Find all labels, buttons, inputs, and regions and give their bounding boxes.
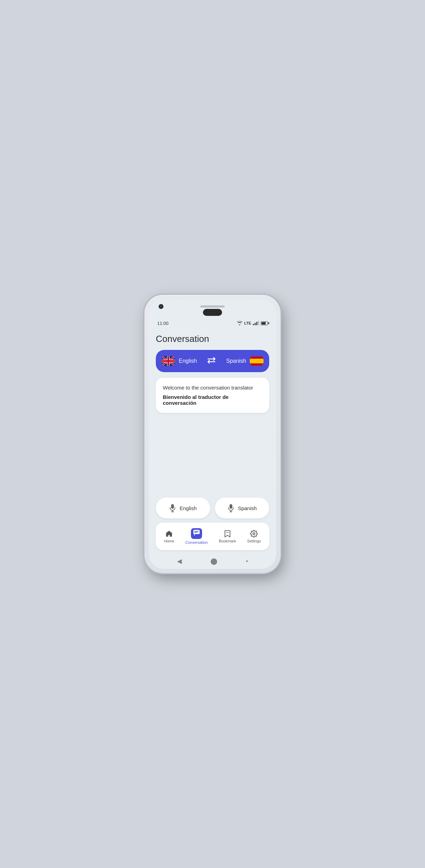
left-language[interactable]: English (161, 354, 197, 368)
signal-icon (253, 321, 259, 325)
nav-label-bookmark: Bookmark (219, 539, 236, 543)
svg-rect-6 (230, 504, 232, 509)
android-nav-bar: ◀ ⬤ ▪ (149, 554, 276, 569)
app-content: Conversation English (149, 328, 276, 554)
nav-item-conversation[interactable]: Conversation (181, 527, 212, 546)
nav-item-settings[interactable]: Settings (243, 529, 265, 544)
welcome-translated-text: Bienvenido al traductor de conversación (163, 394, 262, 406)
phone-device: 11:00 LTE (145, 295, 280, 573)
left-lang-label: English (179, 358, 197, 364)
pill-notch (203, 309, 222, 316)
uk-flag (161, 354, 175, 368)
lte-label: LTE (244, 321, 251, 325)
home-button[interactable]: ⬤ (210, 557, 217, 565)
spanish-voice-label: Spanish (238, 505, 257, 511)
notch-area (149, 299, 276, 318)
right-language[interactable]: Spanish (226, 354, 264, 368)
mic-icon-spanish (227, 504, 234, 512)
spain-flag (250, 354, 264, 368)
language-bar[interactable]: English Spanish (156, 350, 269, 372)
nav-label-settings: Settings (247, 539, 261, 543)
status-time: 11:00 (157, 321, 169, 326)
bottom-nav: Home Conversation (156, 523, 269, 550)
status-icons: LTE (237, 321, 268, 325)
wifi-icon (237, 321, 242, 325)
battery-icon (261, 321, 268, 325)
voice-buttons: English Spanish (156, 498, 269, 523)
nav-item-bookmark[interactable]: Bookmark (215, 529, 240, 544)
swap-icon[interactable] (207, 356, 216, 366)
mic-icon-english (169, 504, 176, 512)
english-voice-button[interactable]: English (156, 498, 210, 518)
phone-screen: 11:00 LTE (149, 299, 276, 569)
english-voice-label: English (179, 505, 197, 511)
svg-rect-9 (193, 530, 200, 534)
svg-rect-3 (171, 504, 174, 509)
camera (159, 304, 163, 309)
back-button[interactable]: ◀ (177, 557, 182, 565)
spanish-voice-button[interactable]: Spanish (215, 498, 269, 518)
conversation-icon (191, 528, 202, 539)
content-spacer (156, 413, 269, 498)
nav-item-home[interactable]: Home (160, 529, 178, 544)
home-icon (165, 530, 173, 538)
svg-rect-2 (250, 359, 264, 363)
right-lang-label: Spanish (226, 358, 246, 364)
welcome-card: Welcome to the conversation translator B… (156, 378, 269, 413)
nav-label-conversation: Conversation (185, 540, 208, 544)
welcome-original-text: Welcome to the conversation translator (163, 385, 262, 391)
nav-label-home: Home (164, 539, 174, 543)
status-bar: 11:00 LTE (149, 318, 276, 328)
speaker (200, 305, 225, 308)
page-title: Conversation (156, 334, 269, 344)
bookmark-icon (224, 530, 231, 538)
recents-button[interactable]: ▪ (246, 558, 248, 564)
settings-icon (250, 530, 258, 538)
